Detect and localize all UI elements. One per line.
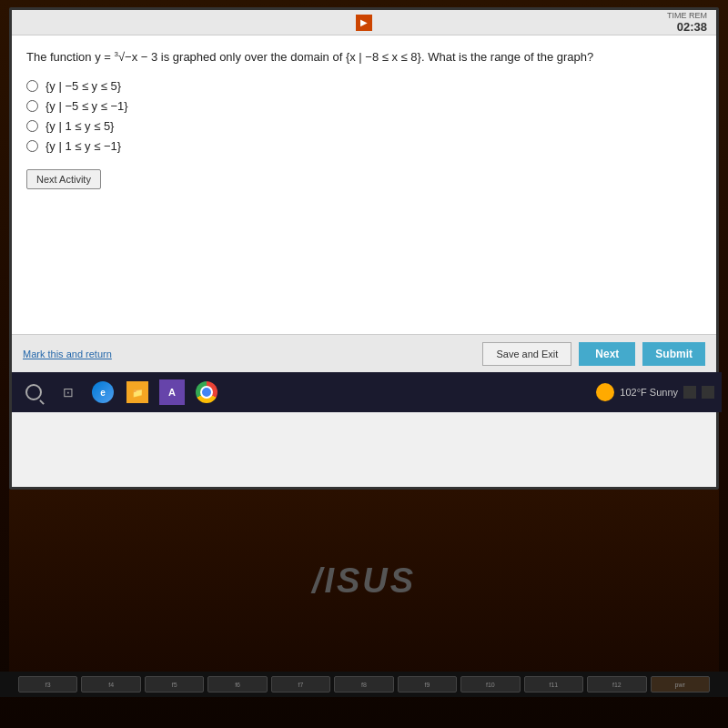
search-icon — [25, 384, 42, 400]
radio-c[interactable] — [26, 120, 38, 132]
purple-app-icon: A — [159, 379, 185, 405]
time-remaining: TIME REM 02:38 — [667, 11, 707, 34]
radio-d[interactable] — [26, 140, 38, 152]
weather-icon — [596, 383, 614, 401]
radio-a[interactable] — [26, 80, 38, 92]
asus-logo: /ISUS — [312, 561, 416, 601]
play-button[interactable] — [356, 15, 372, 31]
taskbar-right: 102°F Sunny — [596, 383, 714, 401]
fn-key-f8[interactable]: f8 — [334, 676, 393, 693]
edge-icon: e — [92, 381, 114, 403]
folder-icon: 📁 — [126, 381, 148, 403]
fn-key-f3[interactable]: f3 — [18, 676, 77, 693]
fn-key-power[interactable]: pwr — [651, 676, 710, 693]
fn-keys-row: f3 f4 f5 f6 f7 f8 f9 f10 f11 f12 pwr — [0, 672, 728, 697]
option-c[interactable]: {y | 1 ≤ y ≤ 5} — [26, 119, 702, 133]
option-a-text: {y | −5 ≤ y ≤ 5} — [46, 79, 121, 93]
weather-text: 102°F Sunny — [620, 387, 678, 398]
next-button[interactable]: Next — [579, 342, 635, 366]
fn-key-f9[interactable]: f9 — [398, 676, 457, 693]
time-value: 02:38 — [667, 20, 707, 34]
fn-key-f10[interactable]: f10 — [460, 676, 520, 693]
next-activity-button[interactable]: Next Activity — [26, 169, 101, 189]
chrome-icon — [196, 381, 217, 403]
fn-key-f11[interactable]: f11 — [524, 676, 583, 693]
laptop-keyboard-area: /ISUS — [9, 490, 719, 672]
option-b-text: {y | −5 ≤ y ≤ −1} — [46, 99, 128, 113]
screen: TIME REM 02:38 The function y = 3√−x − 3… — [9, 7, 719, 490]
fn-key-f7[interactable]: f7 — [271, 676, 330, 693]
option-b[interactable]: {y | −5 ≤ y ≤ −1} — [26, 99, 702, 113]
top-bar: TIME REM 02:38 — [12, 10, 716, 35]
radio-b[interactable] — [26, 100, 38, 112]
action-buttons: Save and Exit Next Submit — [482, 342, 705, 366]
action-bar: Mark this and return Save and Exit Next … — [12, 334, 716, 372]
taskbar: ⊡ e 📁 A 102°F Sunny — [12, 372, 722, 412]
answer-options: {y | −5 ≤ y ≤ 5} {y | −5 ≤ y ≤ −1} {y | … — [26, 79, 702, 153]
question-text: The function y = 3√−x − 3 is graphed onl… — [26, 48, 702, 66]
option-c-text: {y | 1 ≤ y ≤ 5} — [46, 119, 114, 133]
fn-key-f6[interactable]: f6 — [207, 676, 267, 693]
battery-indicator[interactable] — [702, 386, 714, 399]
edge-browser-button[interactable]: e — [88, 378, 117, 407]
fn-key-f4[interactable]: f4 — [81, 676, 140, 693]
option-a[interactable]: {y | −5 ≤ y ≤ 5} — [26, 79, 702, 93]
submit-button[interactable]: Submit — [642, 342, 705, 366]
task-view-button[interactable]: ⊡ — [54, 378, 83, 407]
laptop-frame: TIME REM 02:38 The function y = 3√−x − 3… — [0, 0, 728, 728]
option-d-text: {y | 1 ≤ y ≤ −1} — [46, 139, 121, 153]
save-exit-button[interactable]: Save and Exit — [482, 342, 571, 366]
fn-key-f12[interactable]: f12 — [587, 676, 646, 693]
file-explorer-button[interactable]: 📁 — [123, 378, 152, 407]
quiz-main: The function y = 3√−x − 3 is graphed onl… — [12, 35, 716, 372]
mark-return-link[interactable]: Mark this and return — [23, 349, 112, 359]
chrome-browser-button[interactable] — [192, 378, 221, 407]
time-label: TIME REM — [667, 11, 707, 20]
option-d[interactable]: {y | 1 ≤ y ≤ −1} — [26, 139, 702, 153]
network-indicator[interactable] — [683, 386, 696, 399]
quiz-body: The function y = 3√−x − 3 is graphed onl… — [12, 35, 716, 334]
purple-app-button[interactable]: A — [157, 378, 187, 407]
fn-key-f5[interactable]: f5 — [145, 676, 204, 693]
search-taskbar-button[interactable] — [19, 378, 48, 407]
